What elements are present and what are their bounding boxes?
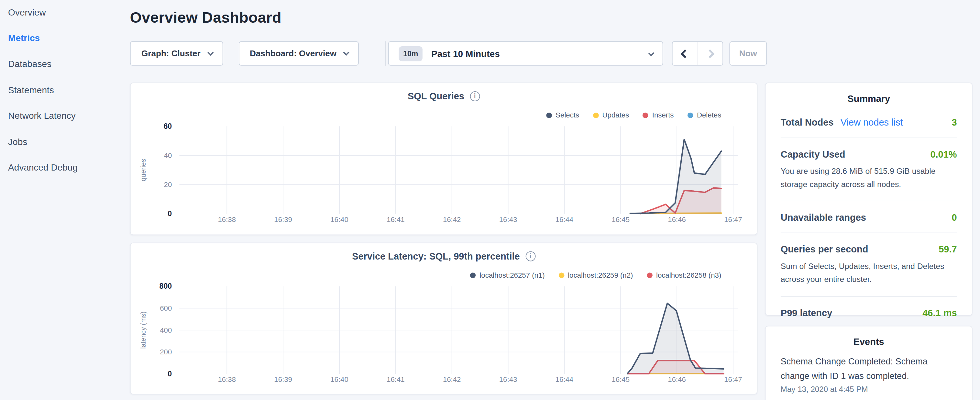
sidebar-item-network-latency[interactable]: Network Latency bbox=[8, 111, 76, 121]
service-latency-chart-card: Service Latency: SQL, 99th percentile i … bbox=[130, 243, 758, 395]
x-tick-label: 16:46 bbox=[668, 375, 686, 384]
x-tick-label: 16:45 bbox=[611, 375, 630, 384]
qps-subtext: Sum of Selects, Updates, Inserts, and De… bbox=[781, 260, 957, 286]
dashboard-selector-dropdown[interactable]: Dashboard: Overview bbox=[239, 41, 359, 65]
y-tick-label: 40 bbox=[164, 151, 172, 159]
series-area bbox=[627, 303, 724, 374]
summary-title: Summary bbox=[765, 83, 972, 106]
y-tick-label: 20 bbox=[164, 180, 172, 189]
page-title: Overview Dashboard bbox=[130, 9, 282, 26]
graph-selector-dropdown[interactable]: Graph: Cluster bbox=[130, 41, 223, 65]
sidebar-item-databases[interactable]: Databases bbox=[8, 59, 51, 69]
summary-row-qps: Queries per second 59.7 Sum of Selects, … bbox=[781, 233, 957, 297]
summary-row-p99: P99 latency 46.1 ms bbox=[781, 297, 957, 328]
event-item-text[interactable]: Schema Change Completed: Schema change w… bbox=[765, 349, 972, 384]
sidebar-item-metrics[interactable]: Metrics bbox=[8, 33, 40, 43]
sql-queries-plot[interactable]: 16:3816:3916:4016:4116:4216:4316:4416:45… bbox=[131, 83, 758, 236]
x-tick-label: 16:41 bbox=[387, 215, 405, 224]
y-tick-label: 0 bbox=[168, 370, 172, 378]
db-console-metrics-page: Overview Metrics Databases Statements Ne… bbox=[0, 0, 980, 400]
x-tick-label: 16:40 bbox=[330, 215, 348, 224]
x-tick-label: 16:44 bbox=[555, 215, 574, 224]
sidebar-item-overview[interactable]: Overview bbox=[8, 8, 46, 18]
x-tick-label: 16:44 bbox=[555, 375, 574, 384]
summary-row-capacity: Capacity Used 0.01% You are using 28.6 M… bbox=[781, 138, 957, 202]
unavailable-ranges-value: 0 bbox=[951, 212, 957, 223]
x-tick-label: 16:47 bbox=[724, 215, 742, 224]
qps-label: Queries per second bbox=[781, 244, 869, 255]
now-button[interactable]: Now bbox=[729, 41, 767, 65]
chevron-right-icon bbox=[706, 49, 714, 58]
y-axis-unit-label: latency (ms) bbox=[140, 311, 147, 349]
service-latency-plot[interactable]: 16:3816:3916:4016:4116:4216:4316:4416:45… bbox=[131, 243, 758, 395]
graph-selector-label: Graph: Cluster bbox=[142, 49, 200, 58]
chevron-left-icon bbox=[680, 49, 689, 58]
p99-latency-label: P99 latency bbox=[781, 308, 832, 318]
time-range-label: Past 10 Minutes bbox=[431, 49, 500, 59]
chevron-down-icon bbox=[343, 49, 349, 56]
time-nav-group bbox=[672, 41, 723, 65]
x-tick-label: 16:46 bbox=[668, 215, 686, 224]
time-next-button[interactable] bbox=[698, 42, 722, 65]
x-tick-label: 16:43 bbox=[499, 375, 517, 384]
dashboard-selector-label: Dashboard: Overview bbox=[250, 49, 336, 58]
x-tick-label: 16:40 bbox=[330, 375, 348, 384]
summary-panel: Summary Total Nodes View nodes list 3 Ca… bbox=[765, 83, 972, 316]
events-panel: Events Schema Change Completed: Schema c… bbox=[765, 325, 972, 400]
sidebar-item-statements[interactable]: Statements bbox=[8, 85, 54, 95]
time-prev-button[interactable] bbox=[673, 42, 698, 65]
qps-value: 59.7 bbox=[939, 244, 957, 255]
capacity-used-subtext: You are using 28.6 MiB of 515.9 GiB usab… bbox=[781, 165, 957, 191]
toolbar-divider bbox=[385, 41, 386, 65]
sql-queries-chart-card: SQL Queries i SelectsUpdatesInsertsDelet… bbox=[130, 83, 758, 235]
sidebar-item-advanced-debug[interactable]: Advanced Debug bbox=[8, 163, 78, 172]
x-tick-label: 16:38 bbox=[218, 215, 236, 224]
summary-row-unavailable-ranges: Unavailable ranges 0 bbox=[781, 202, 957, 234]
capacity-used-label: Capacity Used bbox=[781, 149, 845, 159]
y-axis-unit-label: queries bbox=[140, 159, 147, 182]
y-tick-label: 600 bbox=[160, 304, 172, 312]
event-item-timestamp: May 13, 2020 at 4:45 PM bbox=[765, 384, 972, 394]
view-nodes-list-link[interactable]: View nodes list bbox=[840, 117, 903, 127]
y-tick-label: 60 bbox=[163, 122, 172, 131]
sidebar-item-jobs[interactable]: Jobs bbox=[8, 137, 27, 147]
x-tick-label: 16:39 bbox=[274, 375, 292, 384]
x-tick-label: 16:43 bbox=[499, 215, 517, 224]
total-nodes-label: Total Nodes bbox=[781, 117, 834, 127]
x-tick-label: 16:47 bbox=[724, 375, 742, 384]
chevron-down-icon bbox=[648, 49, 652, 58]
time-range-dropdown[interactable]: 10m Past 10 Minutes bbox=[388, 41, 663, 65]
x-tick-label: 16:45 bbox=[611, 215, 630, 224]
total-nodes-value: 3 bbox=[951, 117, 957, 127]
x-tick-label: 16:41 bbox=[387, 375, 405, 384]
y-tick-label: 0 bbox=[168, 209, 172, 218]
x-tick-label: 16:42 bbox=[443, 375, 461, 384]
sidebar-nav: Overview Metrics Databases Statements Ne… bbox=[0, 0, 125, 400]
y-tick-label: 800 bbox=[159, 282, 172, 290]
p99-latency-value: 46.1 ms bbox=[923, 308, 957, 318]
x-tick-label: 16:42 bbox=[443, 215, 461, 224]
capacity-used-value: 0.01% bbox=[930, 149, 957, 159]
unavailable-ranges-label: Unavailable ranges bbox=[781, 212, 866, 223]
y-tick-label: 200 bbox=[160, 348, 172, 356]
x-tick-label: 16:38 bbox=[218, 375, 236, 384]
time-range-badge: 10m bbox=[399, 46, 422, 61]
chevron-down-icon bbox=[207, 49, 213, 56]
x-tick-label: 16:39 bbox=[274, 215, 292, 224]
events-title: Events bbox=[765, 326, 972, 349]
y-tick-label: 400 bbox=[160, 326, 172, 334]
summary-row-total-nodes: Total Nodes View nodes list 3 bbox=[781, 106, 957, 138]
